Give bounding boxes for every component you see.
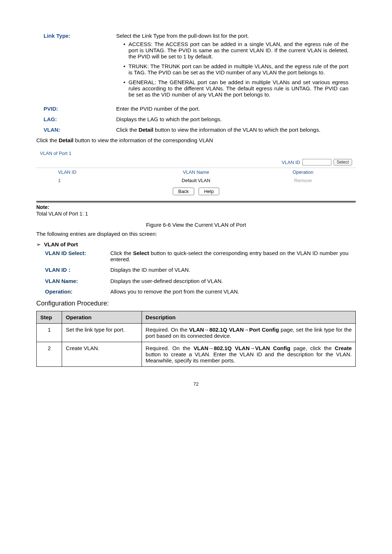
vlan-text-a: Click the bbox=[116, 127, 139, 133]
table-row: 2 Create VLAN. Required. On the VLAN→802… bbox=[37, 342, 356, 367]
operation-def-label: Operation: bbox=[45, 288, 110, 295]
cell-vlanname: Default VLAN bbox=[142, 176, 250, 185]
config-procedure-heading: Configuration Procedure: bbox=[36, 300, 356, 307]
vlanid-input[interactable] bbox=[302, 159, 331, 165]
vlanid-select-a: Click the bbox=[110, 250, 133, 256]
pvid-label: PVID: bbox=[36, 106, 116, 112]
lag-label: LAG: bbox=[36, 116, 116, 122]
col-description: Description bbox=[142, 311, 356, 324]
col-vlanname: VLAN Name bbox=[142, 168, 250, 177]
table-row: 1 Set the link type for port. Required. … bbox=[37, 324, 356, 342]
vlan-table: VLAN ID VLAN Name Operation 1 Default VL… bbox=[36, 168, 356, 185]
link-type-intro: Select the Link Type from the pull-down … bbox=[116, 33, 348, 39]
figure-caption: Figure 6-6 View the Current VLAN of Port bbox=[36, 222, 356, 228]
vlan-text-b: button to view the information of the VL… bbox=[154, 127, 320, 133]
desc2-c: button to create a VLAN. Enter the VLAN … bbox=[146, 351, 352, 364]
vlanid-def-label: VLAN ID： bbox=[45, 267, 110, 274]
cell-operation: Set the link type for port. bbox=[62, 324, 142, 342]
operation-def-text: Allows you to remove the port from the c… bbox=[110, 288, 356, 295]
help-button[interactable]: Help bbox=[199, 188, 219, 195]
vlanname-def-text: Displays the user-defined description of… bbox=[110, 278, 356, 284]
vlanid-select-def-label: VLAN ID Select: bbox=[45, 250, 110, 256]
link-type-bullet-trunk: TRUNK: The TRUNK port can be added in mu… bbox=[123, 63, 348, 75]
vlan-label: VLAN: bbox=[36, 127, 116, 133]
back-button[interactable]: Back bbox=[173, 188, 194, 195]
click-detail-bold: Detail bbox=[59, 137, 74, 143]
vlan-of-port-heading: VLAN of Port bbox=[36, 241, 356, 248]
divider bbox=[36, 202, 356, 203]
table-header-row: VLAN ID VLAN Name Operation bbox=[36, 168, 356, 177]
link-type-label: Link Type: bbox=[36, 33, 116, 39]
vlan-panel: VLAN of Port 1 VLAN ID Select VLAN ID VL… bbox=[36, 148, 356, 198]
cell-step: 2 bbox=[37, 342, 62, 367]
table-header-row: Step Operation Description bbox=[37, 311, 356, 324]
cell-description: Required. On the VLAN→802.1Q VLAN→VLAN C… bbox=[142, 342, 356, 367]
pvid-text: Enter the PVID number of the port. bbox=[116, 106, 356, 112]
entries-line: The following entries are displayed on t… bbox=[36, 231, 356, 237]
vlan-text-bold: Detail bbox=[139, 127, 154, 133]
click-detail-pre: Click the bbox=[36, 137, 59, 143]
desc1-bold: VLAN→802.1Q VLAN→Port Config bbox=[189, 327, 279, 333]
note-head: Note: bbox=[36, 204, 356, 210]
cell-step: 1 bbox=[37, 324, 62, 342]
vlan-text: Click the Detail button to view the info… bbox=[116, 127, 356, 133]
col-step: Step bbox=[37, 311, 62, 324]
col-vlanid: VLAN ID bbox=[36, 168, 142, 177]
lag-text: Displays the LAG to which the port belon… bbox=[116, 116, 356, 122]
vlanid-def-text: Displays the ID number of VLAN. bbox=[110, 267, 356, 273]
link-type-bullet-general: GENERAL: The GENERAL port can be added i… bbox=[123, 79, 348, 98]
divider bbox=[36, 201, 356, 202]
col-operation: Operation bbox=[62, 311, 142, 324]
click-detail-post: button to view the information of the co… bbox=[74, 137, 213, 143]
cell-vlanid: 1 bbox=[36, 176, 142, 185]
vlanid-select-label: VLAN ID bbox=[282, 160, 300, 165]
note-body: Total VLAN of Port 1: 1 bbox=[36, 211, 356, 217]
vlanid-select-bold: Select bbox=[133, 250, 149, 256]
desc2-a: Required. On the bbox=[146, 345, 193, 351]
col-operation: Operation bbox=[250, 168, 356, 177]
page-number: 72 bbox=[36, 381, 356, 387]
vlanid-select-def-text: Click the Select button to quick-select … bbox=[110, 250, 356, 262]
select-button[interactable]: Select bbox=[334, 159, 352, 165]
click-detail-line: Click the Detail button to view the info… bbox=[36, 137, 356, 143]
cell-operation-remove[interactable]: Remove bbox=[250, 176, 356, 185]
config-table: Step Operation Description 1 Set the lin… bbox=[36, 311, 356, 367]
vlanname-def-label: VLAN Name: bbox=[45, 278, 110, 284]
desc2-b: page, click the bbox=[290, 345, 335, 351]
desc2-bold2: Create bbox=[335, 345, 352, 351]
cell-description: Required. On the VLAN→802.1Q VLAN→Port C… bbox=[142, 324, 356, 342]
desc2-bold1: VLAN→802.1Q VLAN→VLAN Config bbox=[193, 345, 290, 351]
link-type-bullet-access: ACCESS: The ACCESS port can be added in … bbox=[123, 41, 348, 59]
panel-title: VLAN of Port 1 bbox=[36, 148, 356, 158]
table-row: 1 Default VLAN Remove bbox=[36, 176, 356, 185]
cell-operation: Create VLAN. bbox=[62, 342, 142, 367]
desc1-a: Required. On the bbox=[146, 327, 189, 333]
